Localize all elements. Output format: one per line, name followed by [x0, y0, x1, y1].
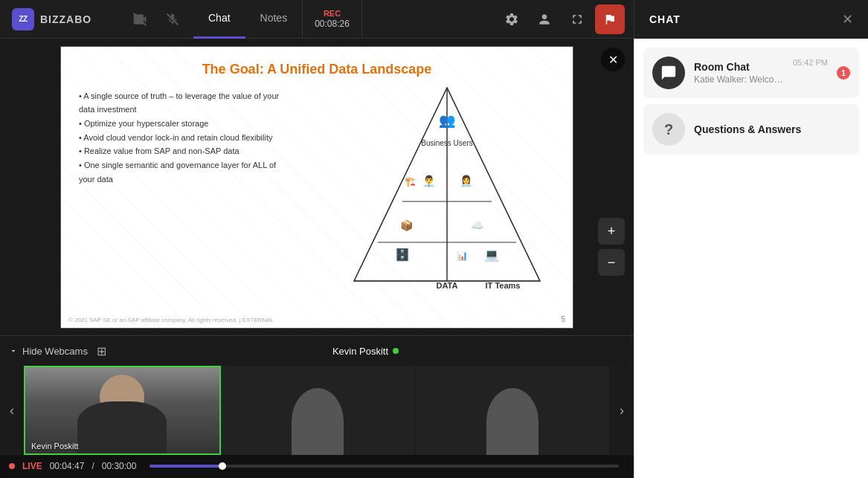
- webcam-topbar: Hide Webcams ⊞ Kevin Poskitt: [0, 336, 634, 366]
- flag-button[interactable]: [595, 4, 625, 34]
- room-chat-item[interactable]: Room Chat Katie Walker: Welcome everyone…: [643, 48, 859, 98]
- current-time: 00:04:47: [50, 461, 85, 471]
- room-chat-title: Room Chat: [694, 61, 784, 73]
- room-chat-info: Room Chat Katie Walker: Welcome everyone…: [694, 61, 784, 85]
- progress-bar[interactable]: [150, 465, 619, 468]
- svg-text:🗄️: 🗄️: [395, 248, 410, 262]
- slide-frame: The Goal: A Unified Data Landscape A sin…: [60, 46, 573, 329]
- chat-tab[interactable]: Chat: [193, 0, 245, 39]
- empty-cell-silhouette-2: [486, 388, 539, 455]
- active-speaker-label: Kevin Poskitt: [332, 346, 399, 357]
- person-button[interactable]: [530, 4, 559, 34]
- svg-text:☁️: ☁️: [471, 219, 484, 232]
- webcam-strip: Hide Webcams ⊞ Kevin Poskitt ‹ Kevin Pos…: [0, 335, 634, 454]
- progress-fill: [150, 465, 222, 468]
- chat-panel-title: CHAT: [649, 13, 681, 25]
- topbar-media-icons: [119, 4, 193, 34]
- room-chat-time: 05:42 PM: [793, 56, 828, 67]
- webcam-label-1: Kevin Poskitt: [31, 442, 79, 450]
- logo-text: BIZZABO: [40, 13, 91, 25]
- zoom-controls: + −: [598, 218, 625, 276]
- slide-copyright: © 2021 SAP SE or an SAP affiliate compan…: [68, 317, 274, 323]
- slide-bullets: A single source of truth – to leverage t…: [79, 89, 280, 187]
- person-body: [77, 401, 167, 453]
- slide-title: The Goal: A Unified Data Landscape: [79, 62, 555, 77]
- zoom-out-button[interactable]: −: [598, 249, 625, 276]
- total-time: 00:30:00: [102, 461, 137, 471]
- pyramid-diagram: DATA IT Teams Business Users 👥 🗄️ 📦 ☁️ 💻…: [347, 80, 555, 303]
- webcam-prev-button[interactable]: ‹: [0, 366, 24, 455]
- camera-toggle-button[interactable]: [125, 4, 155, 34]
- chat-items: Room Chat Katie Walker: Welcome everyone…: [634, 39, 868, 164]
- webcam-cell-3: [415, 366, 610, 455]
- notes-tab[interactable]: Notes: [245, 0, 303, 39]
- slide-container: The Goal: A Unified Data Landscape A sin…: [0, 39, 634, 335]
- room-chat-badge: 1: [837, 66, 850, 80]
- bullet-5: One single semantic and governance layer…: [79, 158, 280, 186]
- qa-item[interactable]: ? Questions & Answers: [643, 104, 859, 155]
- empty-cell-silhouette: [292, 388, 344, 455]
- live-label: LIVE: [22, 461, 42, 471]
- webcam-next-button[interactable]: ›: [610, 366, 634, 455]
- speaker-active-dot: [393, 348, 399, 354]
- progress-thumb[interactable]: [219, 462, 226, 470]
- room-chat-preview: Katie Walker: Welcome everyone to AS...: [694, 74, 784, 85]
- bullet-4: Realize value from SAP and non-SAP data: [79, 144, 280, 158]
- logo-badge: ZZ: [12, 8, 34, 30]
- svg-text:📦: 📦: [400, 219, 414, 232]
- webcam-cell-1: Kevin Poskitt: [24, 366, 221, 455]
- svg-text:Business Users: Business Users: [421, 139, 472, 147]
- bottom-bar: LIVE 00:04:47 / 00:30:00: [0, 454, 634, 478]
- time-separator: /: [91, 461, 94, 471]
- topbar: ZZ BIZZABO Chat Notes REC 00:08:26: [0, 0, 868, 39]
- svg-text:💻: 💻: [484, 248, 499, 262]
- logo-area: ZZ BIZZABO: [0, 8, 119, 30]
- bullet-3: Avoid cloud vendor lock-in and retain cl…: [79, 131, 280, 145]
- qa-icon: ?: [664, 121, 673, 138]
- qa-title: Questions & Answers: [694, 123, 850, 135]
- qa-info: Questions & Answers: [694, 123, 850, 135]
- slide-page-number: 5: [561, 315, 565, 323]
- rec-button[interactable]: REC 00:08:26: [302, 0, 362, 39]
- chat-panel-header: CHAT ✕: [634, 0, 868, 39]
- right-icons: [488, 4, 634, 34]
- room-chat-avatar: [652, 56, 685, 89]
- svg-text:👩‍💼: 👩‍💼: [460, 175, 473, 187]
- svg-text:📊: 📊: [457, 250, 468, 261]
- svg-text:🏗️: 🏗️: [405, 175, 416, 187]
- svg-text:DATA: DATA: [437, 281, 458, 290]
- slide-content: The Goal: A Unified Data Landscape A sin…: [61, 47, 573, 328]
- chat-panel: Room Chat Katie Walker: Welcome everyone…: [634, 39, 868, 478]
- svg-text:IT Teams: IT Teams: [486, 281, 521, 290]
- bullet-2: Optimize your hyperscaler storage: [79, 117, 280, 131]
- fullscreen-button[interactable]: [562, 4, 592, 34]
- slide-close-button[interactable]: ✕: [601, 48, 625, 71]
- bullet-1: A single source of truth – to leverage t…: [79, 89, 280, 117]
- main-content: The Goal: A Unified Data Landscape A sin…: [0, 39, 868, 478]
- mic-toggle-button[interactable]: [158, 4, 187, 34]
- hide-webcams-button[interactable]: Hide Webcams: [9, 346, 88, 357]
- webcam-cells: ‹ Kevin Poskitt ›: [0, 366, 634, 455]
- close-chat-button[interactable]: ✕: [842, 11, 853, 28]
- grid-view-button[interactable]: ⊞: [97, 344, 106, 358]
- svg-text:👥: 👥: [439, 112, 456, 129]
- live-indicator-dot: [9, 463, 15, 469]
- zoom-in-button[interactable]: +: [598, 218, 625, 245]
- webcam-cell-2: [221, 366, 416, 455]
- svg-text:👨‍💼: 👨‍💼: [422, 175, 436, 187]
- kevin-video: [25, 367, 219, 453]
- qa-avatar: ?: [652, 113, 685, 146]
- settings-button[interactable]: [497, 4, 527, 34]
- video-area: The Goal: A Unified Data Landscape A sin…: [0, 39, 634, 478]
